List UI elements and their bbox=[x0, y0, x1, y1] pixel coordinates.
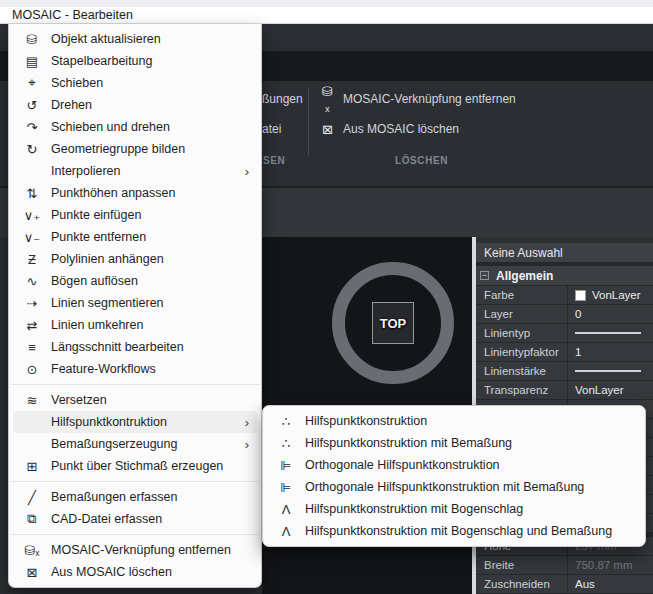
menu-separator bbox=[11, 384, 259, 385]
menu-item-label: Punkt über Stichmaß erzeugen bbox=[51, 459, 223, 473]
menu-item-label: Bemaßungen erfassen bbox=[51, 490, 177, 504]
submenu-arrow-icon: › bbox=[245, 164, 251, 179]
property-row[interactable]: Breite750.87 mm bbox=[476, 556, 653, 574]
view-cube[interactable]: TOP bbox=[372, 302, 414, 344]
property-label: Transparenz bbox=[476, 381, 568, 399]
menu-item[interactable]: ↷Schieben und drehen bbox=[13, 116, 257, 138]
menu-item[interactable]: ↺Drehen bbox=[13, 94, 257, 116]
database-unlink-icon: ⛁ₓ bbox=[21, 543, 43, 558]
profile-edit-icon: ≡ bbox=[21, 340, 43, 355]
ribbon-button-fragment[interactable]: ßungen bbox=[262, 90, 303, 108]
stack-edit-icon: ▤ bbox=[21, 54, 43, 69]
menu-item-label: Aus MOSAIC löschen bbox=[51, 565, 172, 579]
menu-item-label: Objekt aktualisieren bbox=[51, 32, 161, 46]
property-value[interactable] bbox=[568, 324, 653, 342]
mosaic-app-window: MOSAIC - Bearbeiten ßungen atei ⛁ₓ MOSAI… bbox=[0, 0, 653, 594]
property-value[interactable] bbox=[568, 362, 653, 380]
color-swatch[interactable] bbox=[575, 290, 586, 301]
property-value[interactable]: 1 bbox=[568, 343, 653, 361]
ribbon-button-remove-link[interactable]: ⛁ₓ MOSAIC-Verknüpfung entfernen bbox=[320, 90, 516, 108]
property-value[interactable]: Aus bbox=[568, 575, 653, 593]
menu-item[interactable]: ∿Bögen auflösen bbox=[13, 270, 257, 292]
property-row[interactable]: FarbeVonLayer bbox=[476, 286, 653, 304]
arc-construction-icon: Λ bbox=[275, 524, 297, 539]
property-value[interactable]: VonLayer bbox=[568, 381, 653, 399]
menu-item[interactable]: ≡Längsschnitt bearbeiten bbox=[13, 336, 257, 358]
menu-item-label: Polylinien anhängen bbox=[51, 252, 164, 266]
menu-item[interactable]: ∴Hilfspunktkonstruktion bbox=[267, 410, 641, 432]
submenu-arrow-icon: › bbox=[245, 415, 251, 430]
menu-item[interactable]: ΛHilfspunktkonstruktion mit Bogenschlag bbox=[267, 498, 641, 520]
property-row[interactable]: Layer0 bbox=[476, 305, 653, 323]
feature-workflows-icon: ⊙ bbox=[21, 362, 43, 377]
menu-item-label: Interpolieren bbox=[51, 164, 121, 178]
menu-item-label: Hilfspunktkonstruktion mit Bogenschlag bbox=[305, 502, 523, 516]
trash-delete-icon: ⊠ bbox=[21, 565, 43, 580]
menu-item[interactable]: ⧉CAD-Datei erfassen bbox=[13, 508, 257, 530]
point-construction-icon: ∴ bbox=[275, 414, 297, 429]
menu-item[interactable]: ⇅Punkthöhen anpassen bbox=[13, 182, 257, 204]
menu-item[interactable]: Bemaßungserzeugung› bbox=[13, 433, 257, 455]
collapse-minus-icon[interactable]: − bbox=[480, 271, 489, 280]
menu-item-label: Linien segmentieren bbox=[51, 296, 164, 310]
insert-points-icon: ∨₊ bbox=[21, 208, 43, 223]
ribbon-button-fragment[interactable]: atei bbox=[262, 120, 281, 138]
menu-item[interactable]: ↻Geometriegruppe bilden bbox=[13, 138, 257, 160]
menu-item[interactable]: ⊫Orthogonale Hilfspunktkonstruktion bbox=[267, 454, 641, 476]
menu-item-label: Hilfspunktkonstruktion bbox=[305, 414, 427, 428]
ortho-construction-icon: ⊫ bbox=[275, 480, 297, 495]
menu-item-label: Versetzen bbox=[51, 393, 107, 407]
menu-item-label: CAD-Datei erfassen bbox=[51, 512, 162, 526]
menu-item-label: Orthogonale Hilfspunktkonstruktion mit B… bbox=[305, 480, 584, 494]
menu-item-label: MOSAIC-Verknüpfung entfernen bbox=[51, 543, 231, 557]
menu-item[interactable]: ╱Bemaßungen erfassen bbox=[13, 486, 257, 508]
property-value[interactable]: 750.87 mm bbox=[568, 556, 653, 574]
menu-item[interactable]: ⇄Linien umkehren bbox=[13, 314, 257, 336]
property-value[interactable]: 0 bbox=[568, 305, 653, 323]
ribbon-group-separator bbox=[308, 88, 309, 156]
context-menu-bearbeiten: ⛁Objekt aktualisieren▤Stapelbearbeitung⌖… bbox=[8, 24, 262, 588]
menu-item[interactable]: ⊙Feature-Workflows bbox=[13, 358, 257, 380]
selection-dropdown[interactable]: Keine Auswahl bbox=[476, 243, 653, 262]
menu-item[interactable]: ΛHilfspunktkonstruktion mit Bogenschlag … bbox=[267, 520, 641, 542]
property-row[interactable]: Linientyp bbox=[476, 324, 653, 342]
selection-label: Keine Auswahl bbox=[484, 246, 563, 260]
submenu-hilfspunktkonstruktion: ∴Hilfspunktkonstruktion∴Hilfspunktkonstr… bbox=[262, 405, 646, 547]
menu-item[interactable]: ⛁ₓMOSAIC-Verknüpfung entfernen bbox=[13, 539, 257, 561]
property-label: Zuschneiden bbox=[476, 575, 568, 593]
ribbon-button-delete[interactable]: ⊠ Aus MOSAIC löschen bbox=[320, 120, 459, 138]
property-value[interactable]: VonLayer bbox=[568, 286, 653, 304]
move-icon: ⌖ bbox=[21, 75, 43, 91]
append-polylines-icon: Ƶ bbox=[21, 252, 43, 267]
menu-item-label: Hilfspunktkonstruktion mit Bogenschlag u… bbox=[305, 524, 612, 538]
menu-item[interactable]: ▤Stapelbearbeitung bbox=[13, 50, 257, 72]
stitch-point-icon: ⊞ bbox=[21, 459, 43, 474]
menu-item[interactable]: Hilfspunktkontruktion› bbox=[13, 411, 257, 433]
property-row[interactable]: Linientypfaktor1 bbox=[476, 343, 653, 361]
ribbon-button-label: MOSAIC-Verknüpfung entfernen bbox=[343, 92, 516, 106]
menu-item[interactable]: ⊫Orthogonale Hilfspunktkonstruktion mit … bbox=[267, 476, 641, 498]
property-row[interactable]: Linienstärke bbox=[476, 362, 653, 380]
menu-item[interactable]: ∨₊Punkte einfügen bbox=[13, 204, 257, 226]
menu-item[interactable]: ⇢Linien segmentieren bbox=[13, 292, 257, 314]
menu-item[interactable]: ≋Versetzen bbox=[13, 389, 257, 411]
menu-item-label: Punkte einfügen bbox=[51, 208, 141, 222]
menu-item[interactable]: ⊞Punkt über Stichmaß erzeugen bbox=[13, 455, 257, 477]
window-top-strip bbox=[0, 0, 653, 7]
menu-item[interactable]: ⊠Aus MOSAIC löschen bbox=[13, 561, 257, 583]
trash-delete-icon: ⊠ bbox=[320, 122, 335, 137]
menu-item[interactable]: ∴Hilfspunktkonstruktion mit Bemaßung bbox=[267, 432, 641, 454]
menu-item[interactable]: Interpolieren› bbox=[13, 160, 257, 182]
menu-item[interactable]: ⛁Objekt aktualisieren bbox=[13, 28, 257, 50]
section-label: Allgemein bbox=[496, 269, 553, 283]
menu-item[interactable]: ƵPolylinien anhängen bbox=[13, 248, 257, 270]
linetype-preview bbox=[575, 370, 641, 372]
property-row[interactable]: TransparenzVonLayer bbox=[476, 381, 653, 399]
property-row[interactable]: ZuschneidenAus bbox=[476, 575, 653, 593]
ortho-construction-icon: ⊫ bbox=[275, 458, 297, 473]
point-construction-icon: ∴ bbox=[275, 436, 297, 451]
menu-item[interactable]: ∨₋Punkte entfernen bbox=[13, 226, 257, 248]
property-label: Linienstärke bbox=[476, 362, 568, 380]
section-header-allgemein[interactable]: − Allgemein bbox=[476, 266, 653, 285]
menu-item[interactable]: ⌖Schieben bbox=[13, 72, 257, 94]
